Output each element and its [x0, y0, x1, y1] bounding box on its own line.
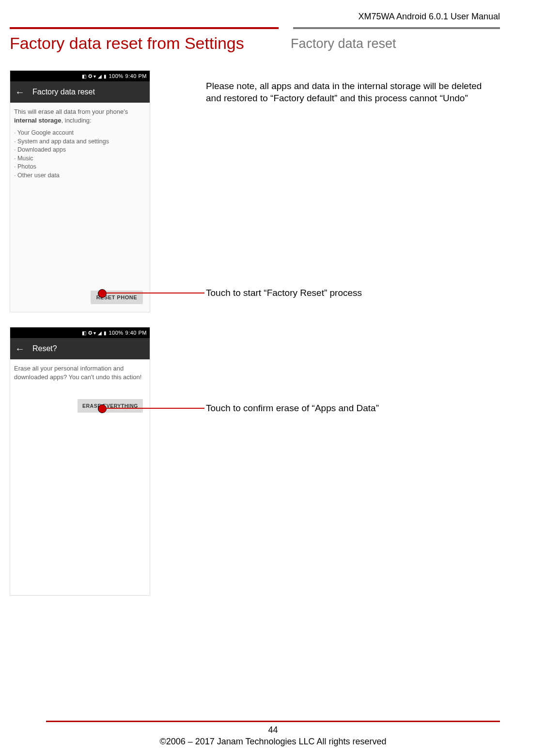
list-item: Downloaded apps — [14, 146, 146, 154]
list-item: Your Google account — [14, 129, 146, 138]
list-item: Music — [14, 154, 146, 163]
manual-page: XM75WA Android 6.0.1 User Manual Factory… — [0, 0, 546, 756]
header-rule — [10, 27, 500, 29]
screen-body: Erase all your personal information and … — [10, 359, 150, 386]
intro-text-pre: This will erase all data from your phone… — [14, 108, 128, 115]
section-subtitle: Factory data reset — [291, 36, 396, 51]
status-bar: ◧ ✪ ▾ ◢ ▮ 100% 9:40 PM — [10, 71, 150, 81]
status-bar: ◧ ✪ ▾ ◢ ▮ 100% 9:40 PM — [10, 327, 150, 338]
screenshot-reset-confirm: ◧ ✪ ▾ ◢ ▮ 100% 9:40 PM ← Reset? Erase al… — [10, 327, 150, 596]
callout-reset: Touch to start “Factory Reset” process — [206, 287, 362, 299]
status-icons: ◧ ✪ ▾ ◢ ▮ — [82, 330, 107, 336]
screen-body: This will erase all data from your phone… — [10, 103, 150, 185]
document-header: XM75WA Android 6.0.1 User Manual — [359, 12, 500, 22]
callout-erase: Touch to confirm erase of “Apps and Data… — [206, 402, 379, 415]
warning-note: Please note, all apps and data in the in… — [206, 80, 492, 104]
list-item: System and app data and settings — [14, 138, 146, 146]
bullet-list: Your Google account System and app data … — [14, 129, 146, 180]
intro-text-post: , including: — [62, 117, 92, 124]
app-bar: ← Reset? — [10, 338, 150, 359]
copyright: ©2006 – 2017 Janam Technologies LLC All … — [159, 737, 386, 746]
status-icons: ◧ ✪ ▾ ◢ ▮ — [82, 74, 107, 79]
screenshot-factory-reset: ◧ ✪ ▾ ◢ ▮ 100% 9:40 PM ← Factory data re… — [10, 70, 150, 312]
screen-title: Factory data reset — [32, 88, 95, 96]
back-arrow-icon[interactable]: ← — [15, 344, 25, 354]
clock: 9:40 PM — [125, 330, 147, 336]
page-footer: 44 ©2006 – 2017 Janam Technologies LLC A… — [0, 725, 546, 747]
intro-text-bold: internal storage — [14, 117, 62, 124]
list-item: Photos — [14, 163, 146, 171]
callout-leader — [105, 293, 204, 293]
page-number: 44 — [0, 725, 546, 736]
battery-percent: 100% — [109, 330, 123, 336]
clock: 9:40 PM — [125, 73, 147, 79]
section-title: Factory data reset from Settings — [10, 34, 244, 53]
confirm-text: Erase all your personal information and … — [14, 365, 141, 381]
erase-everything-button[interactable]: ERASE EVERYTHING — [78, 399, 143, 413]
back-arrow-icon[interactable]: ← — [15, 87, 25, 97]
callout-dot-icon — [98, 404, 107, 413]
callout-leader — [105, 408, 204, 409]
callout-dot-icon — [98, 289, 107, 298]
app-bar: ← Factory data reset — [10, 81, 150, 103]
battery-percent: 100% — [109, 73, 123, 79]
screen-title: Reset? — [32, 344, 57, 353]
footer-rule — [46, 721, 500, 722]
list-item: Other user data — [14, 171, 146, 180]
